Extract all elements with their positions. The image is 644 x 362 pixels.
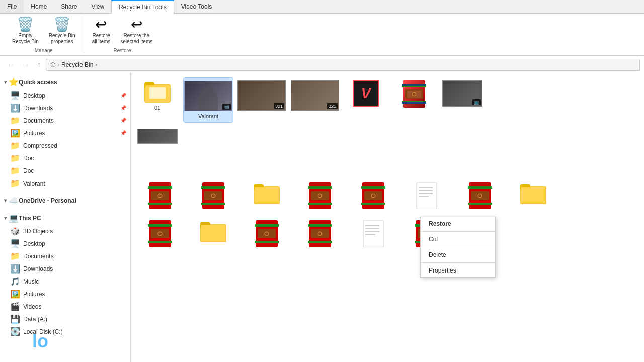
file-item-valorant[interactable]: 📹 Valorant: [183, 77, 233, 123]
this-pc-section: ▾ 💻 This PC 🎲 3D Objects 🖥️ Desktop 📁 Do…: [0, 209, 130, 340]
rar1-icon: [402, 80, 426, 108]
sidebar-item-pictures-pc[interactable]: 🖼️ Pictures: [0, 288, 130, 300]
downloads-icon: ⬇️: [10, 103, 20, 113]
data-a-icon: 💾: [10, 314, 20, 324]
file-item-video4[interactable]: 321: [290, 77, 340, 123]
quick-access-header[interactable]: ▾ ⭐ Quick access: [0, 75, 130, 89]
svg-rect-46: [419, 196, 429, 197]
tab-video-tools[interactable]: Video Tools: [174, 0, 219, 13]
tab-recycle-bin-tools[interactable]: Recycle Bin Tools: [111, 0, 174, 14]
file-item-rar-r3-1[interactable]: [135, 179, 185, 214]
this-pc-header[interactable]: ▾ 💻 This PC: [0, 211, 130, 225]
folder-r3-2-icon: [520, 182, 546, 204]
svg-point-10: [413, 93, 416, 96]
context-menu: Restore Cut Delete Properties: [420, 217, 496, 278]
documents-pc-label: Documents: [23, 253, 54, 260]
sidebar-item-documents[interactable]: 📁 Documents: [0, 114, 130, 127]
context-menu-delete[interactable]: Delete: [421, 248, 495, 261]
context-menu-properties[interactable]: Properties: [421, 264, 495, 277]
ribbon-manage-items: 🗑️ EmptyRecycle Bin 🗑️ Recycle Binproper…: [8, 16, 79, 47]
sidebar-item-documents-pc[interactable]: 📁 Documents: [0, 250, 130, 262]
context-menu-restore[interactable]: Restore: [421, 217, 495, 230]
svg-point-33: [318, 194, 321, 197]
up-button[interactable]: ↑: [34, 59, 44, 71]
file-item-rar-r4-1[interactable]: [135, 217, 185, 252]
context-menu-cut[interactable]: Cut: [421, 233, 495, 246]
tab-view[interactable]: View: [84, 0, 111, 13]
file-item-video5[interactable]: 📺: [440, 77, 485, 123]
recycle-bin-breadcrumb[interactable]: Recycle Bin: [61, 61, 93, 68]
watermark-highlight: lo: [32, 331, 48, 351]
sidebar-item-3d-objects[interactable]: 🎲 3D Objects: [0, 225, 130, 237]
file-item-rar1[interactable]: [391, 77, 437, 123]
recycle-bin-properties-label: Recycle Binproperties: [49, 33, 75, 45]
documents-icon: 📁: [10, 116, 20, 125]
rar-r3-3-icon: [308, 182, 332, 209]
file-item-doc-r4-1[interactable]: [348, 217, 398, 252]
desktop-pc-icon: 🖥️: [10, 239, 20, 248]
sidebar-item-doc2[interactable]: 📁 Doc: [0, 164, 130, 177]
sidebar-item-downloads-pc[interactable]: ⬇️ Downloads: [0, 262, 130, 275]
pictures-icon: 🖼️: [10, 128, 20, 138]
restore-all-icon: ↩: [95, 18, 107, 32]
rar-r3-5-icon: [468, 182, 492, 209]
svg-rect-76: [308, 241, 332, 243]
empty-recycle-bin-label: EmptyRecycle Bin: [12, 33, 39, 45]
watermark: uplotify: [10, 331, 75, 352]
watermark-suffix: tify: [48, 331, 75, 351]
sidebar: ▾ ⭐ Quick access 🖥️ Desktop ⬇️ Downloads…: [0, 73, 131, 362]
file-item-video3[interactable]: 321: [236, 77, 287, 123]
sidebar-item-videos[interactable]: 🎬 Videos: [0, 300, 130, 313]
sidebar-item-desktop[interactable]: 🖥️ Desktop: [0, 89, 130, 102]
recycle-bin-properties-button[interactable]: 🗑️ Recycle Binproperties: [45, 16, 79, 47]
file-item-valorant-game[interactable]: V: [343, 77, 388, 123]
sidebar-item-desktop-pc[interactable]: 🖥️ Desktop: [0, 237, 130, 250]
context-menu-sep3: [421, 262, 495, 263]
file-item-folder-r4-1[interactable]: [188, 217, 238, 252]
sidebar-item-pictures[interactable]: 🖼️ Pictures: [0, 127, 130, 139]
sidebar-item-doc1[interactable]: 📁 Doc: [0, 152, 130, 164]
restore-all-items-button[interactable]: ↩ Restoreall items: [88, 16, 115, 47]
file-item-rar-r3-5[interactable]: [455, 179, 505, 214]
doc-r3-1-icon: [416, 182, 438, 209]
tab-share[interactable]: Share: [54, 0, 84, 13]
folder-01-icon: [144, 80, 171, 103]
file-item-row2-1[interactable]: [135, 126, 180, 149]
documents-pc-icon: 📁: [10, 251, 20, 261]
doc1-icon: 📁: [10, 153, 20, 163]
file-item-01[interactable]: 01: [135, 77, 180, 123]
ribbon-group-manage: 🗑️ EmptyRecycle Bin 🗑️ Recycle Binproper…: [4, 16, 84, 53]
file-item-folder-r3-1[interactable]: [242, 179, 292, 214]
file-item-rar-r3-4[interactable]: [348, 179, 398, 214]
svg-rect-19: [148, 186, 172, 189]
svg-rect-45: [419, 193, 433, 194]
file-item-folder-r3-2[interactable]: [508, 179, 558, 214]
sidebar-item-data-a[interactable]: 💾 Data (A:): [0, 313, 130, 325]
breadcrumb: ⬡ › Recycle Bin ›: [46, 59, 640, 71]
file-item-rar-r3-3[interactable]: [295, 179, 345, 214]
this-pc-icon: 💻: [9, 213, 19, 223]
quick-access-section: ▾ ⭐ Quick access 🖥️ Desktop ⬇️ Downloads…: [0, 73, 130, 192]
sidebar-item-music[interactable]: 🎵 Music: [0, 275, 130, 288]
file-item-rar-r4-2[interactable]: [242, 217, 292, 252]
file-item-doc-r3-1[interactable]: [401, 179, 452, 214]
sidebar-item-compressed[interactable]: 📁 Compressed: [0, 139, 130, 152]
svg-rect-81: [365, 234, 375, 235]
restore-selected-button[interactable]: ↩ Restore theselected items: [116, 16, 156, 47]
rar-r3-4-icon: [361, 182, 385, 209]
back-button[interactable]: ←: [4, 59, 17, 71]
file-label-valorant: Valorant: [198, 113, 218, 119]
videos-label: Videos: [23, 303, 41, 310]
this-pc-arrow: ▾: [4, 215, 7, 221]
sidebar-item-valorant[interactable]: 📁 Valorant: [0, 177, 130, 190]
empty-recycle-bin-icon: 🗑️: [17, 18, 34, 32]
empty-recycle-bin-button[interactable]: 🗑️ EmptyRecycle Bin: [8, 16, 43, 47]
forward-button[interactable]: →: [19, 59, 32, 71]
home-breadcrumb[interactable]: ⬡: [50, 61, 55, 68]
onedrive-header[interactable]: ▾ ☁️ OneDrive - Personal: [0, 194, 130, 207]
file-item-rar-r4-3[interactable]: [295, 217, 345, 252]
tab-home[interactable]: Home: [24, 0, 54, 13]
tab-file[interactable]: File: [0, 0, 24, 13]
file-item-rar-r3-2[interactable]: [188, 179, 238, 214]
sidebar-item-downloads[interactable]: ⬇️ Downloads: [0, 102, 130, 114]
